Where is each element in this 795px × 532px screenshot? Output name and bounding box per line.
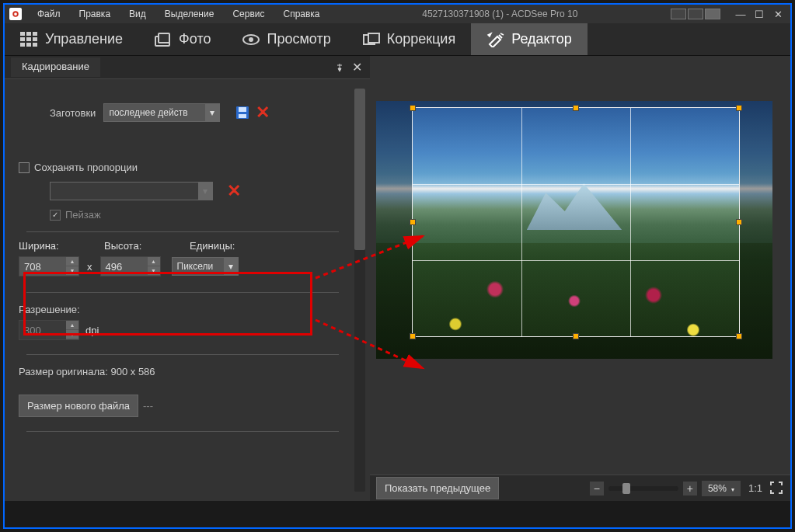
- tab-manage[interactable]: Управление: [5, 23, 138, 55]
- units-value: Пиксели: [177, 261, 214, 272]
- crop-handle-bl[interactable]: [410, 333, 416, 339]
- window-title: 4527130371908 (1) - ACDSee Pro 10: [330, 9, 671, 19]
- crop-handle-bm[interactable]: [573, 333, 579, 339]
- preview-pane: [370, 56, 790, 501]
- menu-edit[interactable]: Правка: [70, 7, 120, 21]
- app-icon: [9, 8, 22, 20]
- svg-rect-2: [20, 32, 25, 36]
- preview-toolbar: Показать предыдущее − + 58%▾ 1:1: [370, 475, 790, 501]
- new-size-value: ---: [143, 400, 153, 412]
- presets-label: Заготовки: [50, 107, 96, 119]
- layout-btn-3[interactable]: [705, 9, 720, 19]
- crop-handle-tm[interactable]: [573, 105, 579, 111]
- menu-file[interactable]: Файл: [28, 7, 70, 21]
- svg-rect-3: [26, 32, 31, 36]
- menu-select[interactable]: Выделение: [155, 7, 224, 21]
- pin-icon[interactable]: [333, 61, 347, 75]
- layout-btn-1[interactable]: [671, 9, 686, 19]
- layout-btn-2[interactable]: [688, 9, 703, 19]
- width-spinner[interactable]: ▲▼: [66, 257, 78, 276]
- chevron-down-icon: ▾: [205, 104, 219, 121]
- presets-value: последнее действ: [109, 107, 187, 118]
- menu-tools[interactable]: Сервис: [223, 7, 274, 21]
- chevron-down-icon: ▾: [198, 183, 212, 200]
- fullscreen-icon[interactable]: [770, 482, 784, 495]
- tab-photo[interactable]: Фото: [138, 23, 226, 55]
- divider: [26, 431, 339, 432]
- zoom-value: 58%: [708, 483, 727, 494]
- zoom-slider[interactable]: [608, 486, 678, 491]
- svg-rect-8: [20, 43, 25, 47]
- crop-panel: Кадрирование ✕ Заготовки последнее дейст…: [5, 56, 370, 501]
- crop-handle-tl[interactable]: [410, 105, 416, 111]
- maximize-button[interactable]: ☐: [751, 8, 767, 20]
- svg-rect-12: [159, 33, 169, 43]
- resolution-label: Разрешение:: [19, 304, 80, 315]
- landscape-checkbox: ✓: [50, 210, 61, 221]
- delete-preset-icon[interactable]: ✕: [256, 103, 270, 123]
- crop-handle-br[interactable]: [736, 333, 742, 339]
- content-area: Кадрирование ✕ Заготовки последнее дейст…: [5, 56, 790, 501]
- scroll-thumb[interactable]: [354, 89, 365, 250]
- tab-editor[interactable]: Редактор: [471, 23, 587, 55]
- crop-handle-ml[interactable]: [410, 219, 416, 225]
- close-button[interactable]: ✕: [770, 8, 786, 20]
- zoom-slider-knob[interactable]: [622, 483, 630, 494]
- zoom-out-button[interactable]: −: [590, 482, 604, 495]
- crop-handle-mr[interactable]: [736, 219, 742, 225]
- chevron-down-icon: ▾: [224, 258, 238, 275]
- keep-aspect-label: Сохранять пропорции: [34, 162, 138, 173]
- original-size: Размер оригинала: 900 x 586: [19, 366, 155, 377]
- panel-title: Кадрирование: [11, 57, 100, 77]
- aspect-dropdown-row: ▾ ✕: [50, 181, 347, 201]
- panel-header: Кадрирование ✕: [5, 56, 370, 79]
- minimize-button[interactable]: —: [733, 8, 748, 20]
- new-file-size-button[interactable]: Размер нового файла: [19, 395, 138, 417]
- keep-aspect-row: Сохранять пропорции: [19, 162, 347, 173]
- image-canvas[interactable]: [376, 101, 772, 359]
- resolution-unit: dpi: [85, 325, 99, 336]
- height-input[interactable]: 496 ▲▼: [100, 256, 161, 276]
- panel-scrollbar[interactable]: [354, 89, 365, 492]
- preview-area[interactable]: [370, 56, 790, 501]
- aspect-dropdown: ▾: [50, 182, 213, 200]
- width-input[interactable]: 708 ▲▼: [19, 256, 79, 276]
- dimensions-section: Ширина: Высота: Единицы: 708 ▲▼ x 496: [19, 240, 347, 276]
- crop-handle-tr[interactable]: [736, 105, 742, 111]
- keep-aspect-checkbox[interactable]: [19, 162, 30, 173]
- file-tabs: [5, 501, 790, 527]
- resolution-input: 300 ▲▼: [19, 320, 79, 340]
- svg-rect-7: [33, 37, 37, 41]
- panel-close-icon[interactable]: ✕: [350, 61, 364, 75]
- layout-buttons: [671, 9, 720, 19]
- svg-rect-9: [26, 43, 31, 47]
- menu-view[interactable]: Вид: [120, 7, 155, 21]
- svg-point-14: [249, 37, 253, 42]
- window-controls: — ☐ ✕: [671, 8, 786, 20]
- resolution-spinner: ▲▼: [66, 321, 78, 339]
- height-label: Высота:: [104, 240, 190, 252]
- save-preset-icon[interactable]: [234, 104, 251, 121]
- units-dropdown[interactable]: Пиксели ▾: [172, 257, 239, 276]
- crop-rectangle[interactable]: [412, 107, 740, 337]
- menubar: Файл Правка Вид Выделение Сервис Справка: [28, 7, 330, 21]
- tab-develop[interactable]: Коррекция: [347, 23, 472, 55]
- clear-aspect-icon[interactable]: ✕: [227, 181, 241, 201]
- zoom-dropdown[interactable]: 58%▾: [702, 481, 741, 496]
- landscape-label: Пейзаж: [65, 209, 101, 221]
- width-value: 708: [19, 261, 66, 273]
- tab-manage-label: Управление: [45, 31, 123, 47]
- zoom-in-button[interactable]: +: [683, 482, 697, 495]
- width-label: Ширина:: [19, 240, 104, 252]
- tab-view[interactable]: Просмотр: [226, 23, 346, 55]
- show-previous-button[interactable]: Показать предыдущее: [376, 477, 499, 499]
- svg-rect-18: [239, 107, 246, 112]
- presets-dropdown[interactable]: последнее действ ▾: [103, 103, 220, 122]
- menu-help[interactable]: Справка: [274, 7, 329, 21]
- svg-rect-16: [368, 33, 379, 43]
- resolution-value: 300: [19, 325, 66, 336]
- tab-view-label: Просмотр: [267, 31, 330, 47]
- height-spinner[interactable]: ▲▼: [148, 257, 160, 276]
- zoom-1to1-button[interactable]: 1:1: [745, 482, 765, 494]
- height-value: 496: [101, 261, 148, 273]
